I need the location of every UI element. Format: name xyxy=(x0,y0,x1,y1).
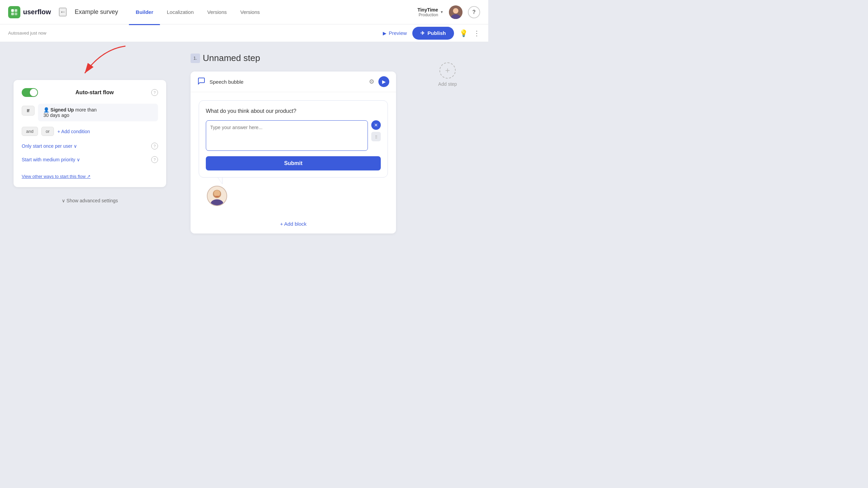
only-start-link[interactable]: Only start once per user ∨ xyxy=(22,143,77,149)
condition-chip[interactable]: 👤 Signed Up more than30 days ago xyxy=(38,104,158,121)
subheader-right: ▶ Preview ✈ Publish 💡 ⋮ xyxy=(383,27,480,40)
svg-point-5 xyxy=(453,8,458,14)
subheader: Autosaved just now ▶ Preview ✈ Publish 💡… xyxy=(0,24,488,42)
play-icon: ▶ xyxy=(378,76,389,87)
play-button[interactable]: ▶ xyxy=(378,76,389,87)
survey-question: What do you think about our product? xyxy=(206,107,381,115)
tab-localization[interactable]: Localization xyxy=(160,6,200,18)
autosaved-text: Autosaved just now xyxy=(8,30,46,36)
tab-versions[interactable]: Versions xyxy=(234,6,267,18)
condition-bold: Signed Up xyxy=(51,107,74,113)
left-panel: Auto-start flow ? If 👤 Signed Up more th… xyxy=(0,42,180,274)
logo-text: userflow xyxy=(23,8,51,16)
drag-handle[interactable]: ⣿ xyxy=(371,132,381,141)
play-icon: ▶ xyxy=(383,30,387,36)
preview-label: Preview xyxy=(389,30,407,36)
and-button[interactable]: and xyxy=(22,127,38,136)
add-block-row: + Add block xyxy=(191,214,396,233)
step-number: 1. xyxy=(191,54,200,63)
svg-rect-1 xyxy=(15,9,17,12)
tab-builder[interactable]: Builder xyxy=(129,6,160,18)
answer-row: ✕ ⣿ xyxy=(206,120,381,151)
help-button[interactable]: ? xyxy=(468,6,480,18)
right-panel: + Add step xyxy=(407,42,488,274)
red-arrow xyxy=(41,43,142,83)
gear-icon: ⚙ xyxy=(369,78,374,85)
back-button[interactable]: ← xyxy=(59,8,66,16)
add-step-label: Add step xyxy=(438,81,457,87)
clear-button[interactable]: ✕ xyxy=(371,120,381,130)
add-step-icon: + xyxy=(439,62,456,79)
survey-preview: What do you think about our product? ✕ ⣿… xyxy=(191,92,396,214)
autostart-toggle[interactable] xyxy=(22,88,38,97)
send-icon: ✈ xyxy=(420,30,425,36)
person-icon: 👤 xyxy=(43,107,51,113)
step-card-header: Speech bubble ⚙ ▶ xyxy=(191,72,396,92)
more-button[interactable]: ⋮ xyxy=(473,29,480,37)
start-priority-row: Start with medium priority ∨ ? xyxy=(22,155,158,164)
canvas-panel: 1. Unnamed step Speech bubble ⚙ ▶ xyxy=(180,42,407,274)
show-advanced-label: ∨ Show advanced settings xyxy=(62,198,118,203)
publish-button[interactable]: ✈ Publish xyxy=(412,27,454,40)
step-title: Unnamed step xyxy=(203,53,260,63)
priority-help[interactable]: ? xyxy=(151,156,158,163)
autostart-help[interactable]: ? xyxy=(151,89,158,96)
or-button[interactable]: or xyxy=(41,127,54,136)
show-advanced-button[interactable]: ∨ Show advanced settings xyxy=(14,192,166,209)
bulb-button[interactable]: 💡 xyxy=(459,29,468,37)
svg-rect-2 xyxy=(11,13,14,15)
avatar[interactable] xyxy=(449,5,462,19)
workspace-env: Production xyxy=(417,13,438,17)
top-nav: userflow ← Example survey Builder Locali… xyxy=(0,0,488,24)
tab-analytics[interactable]: Versions xyxy=(200,6,234,18)
svg-rect-0 xyxy=(11,9,14,12)
only-start-help[interactable]: ? xyxy=(151,143,158,149)
bot-avatar xyxy=(207,186,227,206)
submit-button[interactable]: Submit xyxy=(206,156,381,170)
avatar-row xyxy=(199,184,388,206)
main-layout: Auto-start flow ? If 👤 Signed Up more th… xyxy=(0,42,488,274)
workspace-name: TinyTime xyxy=(417,7,438,13)
answer-actions: ✕ ⣿ xyxy=(371,120,381,141)
nav-right: TinyTime Production ▼ ? xyxy=(417,5,480,19)
only-start-row: Only start once per user ∨ ? xyxy=(22,141,158,151)
survey-title: Example survey xyxy=(75,8,118,16)
survey-bubble: What do you think about our product? ✕ ⣿… xyxy=(199,100,388,178)
svg-rect-3 xyxy=(15,13,17,15)
arrow-container xyxy=(14,53,166,80)
workspace-selector[interactable]: TinyTime Production ▼ xyxy=(417,7,443,17)
view-other-ways-link[interactable]: View other ways to start this flow ↗ xyxy=(22,174,158,179)
logo[interactable]: userflow xyxy=(8,6,51,18)
publish-label: Publish xyxy=(428,30,446,36)
condition-row: If 👤 Signed Up more than30 days ago xyxy=(22,104,158,121)
add-step-button[interactable]: + Add step xyxy=(438,62,457,87)
start-priority-link[interactable]: Start with medium priority ∨ xyxy=(22,157,80,162)
step-card: Speech bubble ⚙ ▶ What do you think abou… xyxy=(191,72,396,233)
chevron-down-icon: ▼ xyxy=(440,10,443,14)
answer-input[interactable] xyxy=(206,120,368,151)
settings-button[interactable]: ⚙ xyxy=(369,78,374,85)
add-block-button[interactable]: + Add block xyxy=(280,221,307,227)
autostart-title: Auto-start flow xyxy=(76,89,114,96)
toggle-knob xyxy=(30,89,37,96)
svg-point-11 xyxy=(214,190,220,197)
step-header: 1. Unnamed step xyxy=(191,53,396,63)
bubble-tail-inner xyxy=(218,178,222,184)
logo-icon xyxy=(8,6,20,18)
autostart-card: Auto-start flow ? If 👤 Signed Up more th… xyxy=(14,80,166,187)
speech-bubble-icon xyxy=(197,77,205,87)
preview-button[interactable]: ▶ Preview xyxy=(383,30,407,36)
add-condition-button[interactable]: + Add condition xyxy=(57,129,90,134)
step-type-label: Speech bubble xyxy=(210,79,365,85)
condition-actions: and or + Add condition xyxy=(22,127,158,136)
nav-tabs: Builder Localization Versions Versions xyxy=(129,6,267,18)
if-badge[interactable]: If xyxy=(22,106,35,116)
card-header: Auto-start flow ? xyxy=(22,88,158,97)
